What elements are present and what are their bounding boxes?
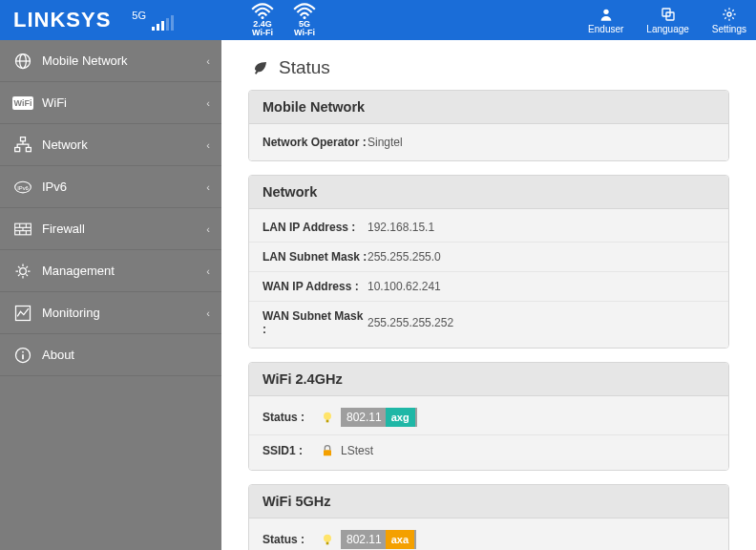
chevron-left-icon: ‹ <box>206 223 210 235</box>
lan-icon <box>13 136 32 155</box>
enduser-button[interactable]: Enduser <box>588 7 623 34</box>
row-lan-ip: LAN IP Address : 192.168.15.1 <box>249 213 728 243</box>
sidebar-item-label: Firewall <box>42 222 85 236</box>
bulb-icon <box>320 410 335 425</box>
panel-wifi-5: WiFi 5GHz Status : 802.11 axa SSID1 : LS… <box>248 484 729 550</box>
svg-point-27 <box>324 412 331 420</box>
page-title: Status <box>252 57 729 78</box>
chevron-left-icon: ‹ <box>206 181 210 193</box>
svg-point-22 <box>20 267 27 274</box>
wifi-band-icons: 2.4G Wi-Fi 5G Wi-Fi <box>250 3 317 37</box>
svg-point-5 <box>727 12 731 16</box>
main-content: Status Mobile Network Network Operator :… <box>221 40 756 550</box>
chevron-left-icon: ‹ <box>206 265 210 277</box>
row-lan-mask: LAN Subnet Mask : 255.255.255.0 <box>249 243 728 272</box>
sidebar-item-management[interactable]: Management ‹ <box>0 250 221 292</box>
row-wifi24-ssid: SSID1 : LStest <box>249 435 728 466</box>
brand-logo: LINKSYS <box>10 8 111 32</box>
sidebar: Mobile Network ‹ WiFi WiFi ‹ Network ‹ I… <box>0 40 221 550</box>
sidebar-item-label: Management <box>42 264 115 278</box>
leaf-icon <box>252 59 269 76</box>
svg-point-2 <box>603 9 608 13</box>
info-icon <box>13 346 32 365</box>
sidebar-item-network[interactable]: Network ‹ <box>0 124 221 166</box>
header: LINKSYS 5G 2.4G Wi-Fi 5G Wi-Fi Enduser L… <box>0 0 756 40</box>
row-network-operator: Network Operator : Singtel <box>249 128 728 157</box>
panel-wifi-24: WiFi 2.4GHz Status : 802.11 axg SSID1 : … <box>248 362 729 471</box>
sidebar-item-firewall[interactable]: Firewall ‹ <box>0 208 221 250</box>
panel-title: Mobile Network <box>249 91 728 124</box>
svg-rect-11 <box>26 147 31 151</box>
row-wan-mask: WAN Subnet Mask : 255.255.255.252 <box>249 302 728 344</box>
row-wan-ip: WAN IP Address : 10.100.62.241 <box>249 272 728 302</box>
sidebar-item-monitoring[interactable]: Monitoring ‹ <box>0 292 221 334</box>
panel-network: Network LAN IP Address : 192.168.15.1 LA… <box>248 175 729 349</box>
gear-icon <box>13 262 32 281</box>
svg-text:IPv6: IPv6 <box>17 184 29 190</box>
tech-label: 5G <box>132 10 146 21</box>
sidebar-item-wifi[interactable]: WiFi WiFi ‹ <box>0 82 221 124</box>
svg-rect-28 <box>326 420 329 423</box>
sidebar-item-label: WiFi <box>42 95 67 110</box>
panel-title: WiFi 2.4GHz <box>249 363 728 396</box>
svg-rect-9 <box>21 137 26 140</box>
sidebar-item-ipv6[interactable]: IPv6 IPv6 ‹ <box>0 166 221 208</box>
svg-point-30 <box>324 535 331 542</box>
top-nav: Enduser Language Settings <box>588 7 746 34</box>
sidebar-item-label: Network <box>42 138 88 152</box>
panel-title: WiFi 5GHz <box>249 485 728 518</box>
wifi-protocol-badge: 802.11 axa <box>341 530 416 549</box>
row-wifi5-status: Status : 802.11 axa <box>249 522 728 550</box>
wifi-icon: WiFi <box>13 94 32 113</box>
bulb-icon <box>320 532 335 547</box>
wifi-24g-icon[interactable]: 2.4G Wi-Fi <box>250 3 275 37</box>
svg-rect-31 <box>326 542 329 545</box>
sidebar-item-label: Monitoring <box>42 306 100 320</box>
wifi-5g-icon[interactable]: 5G Wi-Fi <box>292 3 317 37</box>
row-wifi24-status: Status : 802.11 axg <box>249 400 728 435</box>
svg-rect-10 <box>15 147 20 151</box>
language-button[interactable]: Language <box>646 7 689 34</box>
sidebar-item-label: About <box>42 348 74 362</box>
settings-button[interactable]: Settings <box>712 7 746 34</box>
sidebar-item-label: IPv6 <box>42 180 67 194</box>
panel-title: Network <box>249 176 728 209</box>
chevron-left-icon: ‹ <box>206 97 210 109</box>
sidebar-item-label: Mobile Network <box>42 53 128 68</box>
svg-rect-29 <box>324 450 331 455</box>
chevron-left-icon: ‹ <box>206 55 210 67</box>
svg-point-26 <box>22 350 24 352</box>
firewall-icon <box>13 220 32 239</box>
sidebar-item-about[interactable]: About ‹ <box>0 334 221 376</box>
chevron-left-icon: ‹ <box>206 307 210 319</box>
signal-icon <box>152 15 174 31</box>
panel-mobile-network: Mobile Network Network Operator : Singte… <box>248 90 729 161</box>
wifi-protocol-badge: 802.11 axg <box>341 408 417 427</box>
globe-icon <box>13 52 32 71</box>
lock-icon <box>320 443 335 458</box>
chart-icon <box>13 304 32 323</box>
chevron-left-icon: ‹ <box>206 139 210 151</box>
sidebar-item-mobile-network[interactable]: Mobile Network ‹ <box>0 40 221 82</box>
ipv6-icon: IPv6 <box>13 178 32 197</box>
